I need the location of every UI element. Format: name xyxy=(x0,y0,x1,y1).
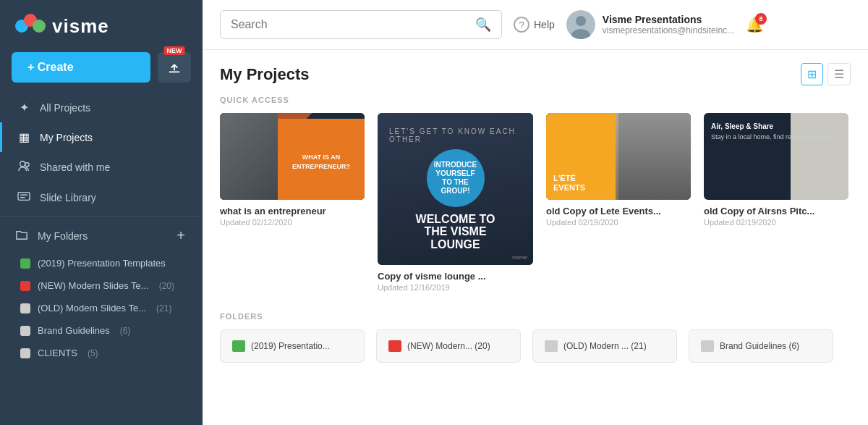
project-date: Updated 12/16/2019 xyxy=(378,283,533,292)
folder-card-name: Brand Guidelines (6) xyxy=(720,341,821,351)
my-folders-row: My Folders + xyxy=(0,219,203,252)
folders-icon xyxy=(14,229,29,243)
upload-icon xyxy=(166,59,182,75)
folder-item-clients[interactable]: CLIENTS (5) xyxy=(0,342,203,364)
page-title: My Projects xyxy=(220,65,310,84)
svg-point-4 xyxy=(20,161,25,167)
folder-card-name: (NEW) Modern... (20) xyxy=(407,341,509,351)
project-thumb: WHAT IS ANENTREPRENEUR? xyxy=(220,113,365,200)
search-input[interactable] xyxy=(231,18,475,31)
folder-color-dot xyxy=(20,303,30,314)
sidebar-actions: + Create NEW xyxy=(0,46,203,93)
list-view-button[interactable]: ☰ xyxy=(827,63,851,85)
folder-count: (21) xyxy=(156,303,171,314)
add-folder-button[interactable]: + xyxy=(174,227,188,244)
folder-card-old[interactable]: (OLD) Modern ... (21) xyxy=(532,329,677,363)
sidebar-item-label: Shared with me xyxy=(40,161,110,173)
main-content: 🔍 ? Help Visme Presentations vismepresen… xyxy=(203,0,868,425)
project-name: Copy of visme lounge ... xyxy=(378,271,533,282)
sidebar-item-slide-library[interactable]: Slide Library xyxy=(0,182,203,213)
project-date: Updated 02/19/2020 xyxy=(704,218,848,227)
my-projects-icon: ▦ xyxy=(17,130,31,144)
sidebar: visme + Create NEW ✦ All Projects ▦ My P… xyxy=(0,0,203,425)
user-email: vismepresentations@hindsiteinc... xyxy=(603,25,734,35)
folder-color-icon xyxy=(388,340,401,352)
topbar: 🔍 ? Help Visme Presentations vismepresen… xyxy=(203,0,868,50)
sidebar-item-shared[interactable]: Shared with me xyxy=(0,152,203,182)
notification-bell-button[interactable]: 🔔 8 xyxy=(746,16,764,33)
folder-color-icon xyxy=(545,340,558,352)
project-date: Updated 02/19/2020 xyxy=(546,218,691,227)
all-projects-icon: ✦ xyxy=(17,101,31,114)
page-header: My Projects ⊞ ☰ xyxy=(220,63,851,85)
sidebar-item-label: Slide Library xyxy=(40,192,96,203)
folder-count: (5) xyxy=(88,348,98,358)
project-card-lete[interactable]: L'ÉTÉEVENTS old Copy of Lete Events... U… xyxy=(546,113,691,292)
project-name: old Copy of Airsns Pitc... xyxy=(704,206,848,216)
search-icon: 🔍 xyxy=(475,17,491,33)
new-badge: NEW xyxy=(164,46,185,55)
folders-grid: (2019) Presentatio... (NEW) Modern... (2… xyxy=(220,329,851,363)
folder-card-name: (2019) Presentatio... xyxy=(251,341,352,351)
user-info[interactable]: Visme Presentations vismepresentations@h… xyxy=(566,10,734,39)
logo-text: visme xyxy=(52,15,109,38)
projects-grid: WHAT IS ANENTREPRENEUR? what is an entre… xyxy=(220,113,851,292)
help-label: Help xyxy=(534,19,555,30)
sidebar-item-all-projects[interactable]: ✦ All Projects xyxy=(0,93,203,122)
upload-button[interactable]: NEW xyxy=(158,52,191,83)
visme-logo-icon xyxy=(14,13,46,39)
folder-count: (6) xyxy=(120,326,131,336)
folder-color-dot xyxy=(20,348,30,358)
folder-card-2019[interactable]: (2019) Presentatio... xyxy=(220,329,365,363)
sidebar-item-label: All Projects xyxy=(40,102,90,114)
folder-count: (20) xyxy=(159,281,174,291)
folder-item-old-modern[interactable]: (OLD) Modern Slides Te... (21) xyxy=(0,297,203,319)
project-card-airsns[interactable]: Air, Sleep & ShareStay in a local home, … xyxy=(704,113,848,292)
sidebar-item-my-projects[interactable]: ▦ My Projects xyxy=(0,122,203,152)
svg-point-8 xyxy=(576,16,586,26)
project-date: Updated 02/12/2020 xyxy=(220,218,365,227)
folder-item-label: CLIENTS xyxy=(38,348,77,358)
folder-card-name: (OLD) Modern ... (21) xyxy=(563,341,665,351)
avatar xyxy=(566,10,595,39)
folders-section-label: FOLDERS xyxy=(220,312,851,321)
help-button[interactable]: ? Help xyxy=(514,17,555,33)
project-card-entrepreneur[interactable]: WHAT IS ANENTREPRENEUR? what is an entre… xyxy=(220,113,365,292)
svg-rect-3 xyxy=(169,72,180,73)
folder-item-brand[interactable]: Brand Guidelines (6) xyxy=(0,319,203,342)
folder-color-dot xyxy=(20,326,30,336)
sidebar-logo: visme xyxy=(0,0,203,46)
user-text: Visme Presentations vismepresentations@h… xyxy=(603,14,734,35)
create-button[interactable]: + Create xyxy=(12,52,150,83)
project-name: what is an entrepreneur xyxy=(220,206,365,216)
view-toggle: ⊞ ☰ xyxy=(801,63,851,85)
folder-color-dot xyxy=(20,281,30,291)
notification-count: 8 xyxy=(755,13,767,25)
grid-view-button[interactable]: ⊞ xyxy=(801,63,823,85)
folder-color-icon xyxy=(232,340,245,352)
page-content: My Projects ⊞ ☰ QUICK ACCESS WHAT IS ANE… xyxy=(203,50,868,425)
search-box[interactable]: 🔍 xyxy=(220,10,502,39)
slide-library-icon xyxy=(17,190,31,205)
svg-point-5 xyxy=(25,163,29,167)
project-thumb: LET'S GET TO KNOW EACH OTHER Introduceyo… xyxy=(378,113,533,265)
quick-access-label: QUICK ACCESS xyxy=(220,96,851,104)
svg-point-2 xyxy=(33,20,46,33)
project-name: old Copy of Lete Events... xyxy=(546,206,691,216)
folder-item-2019[interactable]: (2019) Presentation Templates xyxy=(0,252,203,274)
folder-card-brand[interactable]: Brand Guidelines (6) xyxy=(689,329,833,363)
sidebar-item-label: My Projects xyxy=(40,132,93,143)
shared-icon xyxy=(17,160,31,174)
svg-rect-6 xyxy=(18,193,30,201)
project-thumb: L'ÉTÉEVENTS xyxy=(546,113,691,200)
folder-color-icon xyxy=(701,340,714,352)
folder-item-label: (OLD) Modern Slides Te... xyxy=(38,303,146,314)
project-card-lounge[interactable]: LET'S GET TO KNOW EACH OTHER Introduceyo… xyxy=(378,113,533,292)
folder-item-label: (2019) Presentation Templates xyxy=(38,258,166,269)
help-circle-icon: ? xyxy=(514,17,529,33)
folder-item-new-modern[interactable]: (NEW) Modern Slides Te... (20) xyxy=(0,274,203,297)
folder-color-dot xyxy=(20,258,30,269)
folder-item-label: (NEW) Modern Slides Te... xyxy=(38,280,149,291)
folder-card-new[interactable]: (NEW) Modern... (20) xyxy=(376,329,521,363)
user-name: Visme Presentations xyxy=(603,14,734,25)
